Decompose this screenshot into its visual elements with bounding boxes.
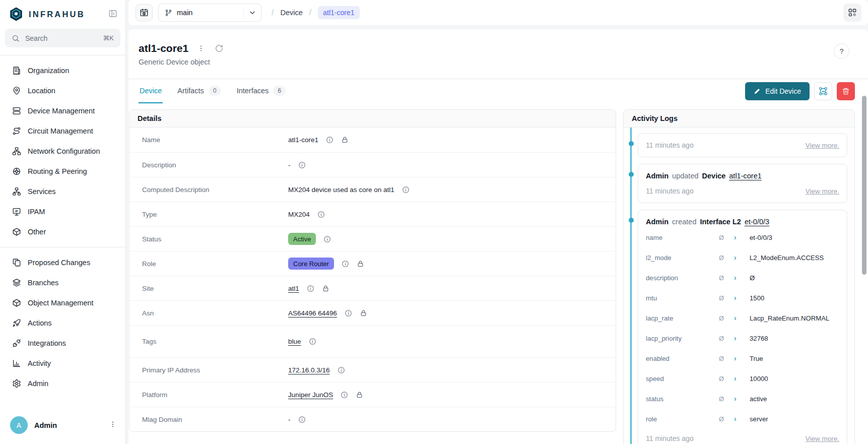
sidebar-item-actions[interactable]: Actions — [0, 313, 125, 333]
time-travel-button[interactable] — [136, 4, 153, 21]
copy-icon — [12, 258, 21, 267]
activity-object-link[interactable]: atl1-core1 — [729, 172, 761, 180]
page-subtitle: Generic Device object — [139, 58, 225, 66]
info-icon[interactable] — [345, 309, 352, 317]
info-icon[interactable] — [341, 391, 348, 399]
activity-object-link[interactable]: et-0/0/3 — [745, 218, 769, 226]
view-more-link[interactable]: View more. — [806, 435, 839, 442]
property-name: lacp_priority — [646, 335, 719, 342]
sidebar-item-object-management[interactable]: Object Management — [0, 293, 125, 313]
info-icon[interactable] — [338, 366, 345, 374]
avatar: A — [10, 416, 28, 434]
object-menu-button[interactable] — [196, 43, 206, 53]
sidebar-collapse-button[interactable] — [107, 8, 118, 21]
sidebar-item-network-configuration[interactable]: Network Configuration — [0, 141, 125, 161]
property-name: name — [646, 234, 719, 241]
property-name: description — [646, 274, 719, 282]
info-icon[interactable] — [307, 285, 314, 292]
property-value: Ø — [750, 274, 839, 282]
sidebar-item-label: Services — [28, 187, 56, 196]
sidebar-item-ipam[interactable]: IPIPAM — [0, 202, 125, 222]
detail-value: - — [288, 416, 291, 423]
sidebar-item-routing-peering[interactable]: Routing & Peering — [0, 161, 125, 181]
sidebar-item-label: Routing & Peering — [28, 167, 87, 175]
detail-value-link[interactable]: 172.16.0.3/16 — [288, 366, 330, 374]
detail-value-link[interactable]: AS64496 64496 — [288, 309, 337, 317]
property-value: 1500 — [750, 294, 839, 302]
branch-selector[interactable]: main — [158, 4, 261, 22]
help-button[interactable]: ? — [834, 43, 849, 59]
sidebar-item-integrations[interactable]: Integrations — [0, 333, 125, 353]
view-more-link[interactable]: View more. — [806, 187, 839, 195]
sidebar-item-device-management[interactable]: Device Management — [0, 101, 125, 121]
kebab-icon — [197, 44, 205, 52]
view-more-link[interactable]: View more. — [806, 142, 839, 149]
chevron-right-icon: › — [734, 233, 750, 241]
chevron-down-icon — [248, 9, 256, 17]
delete-button[interactable] — [837, 82, 855, 100]
chevron-right-icon: › — [734, 253, 750, 262]
property-value: server — [750, 415, 839, 423]
sidebar-item-branches[interactable]: Branches — [0, 273, 125, 293]
activity-property-row: statusØ›active — [646, 389, 839, 409]
info-icon[interactable] — [298, 416, 306, 423]
detail-label: Role — [142, 260, 288, 268]
tab-interfaces[interactable]: Interfaces6 — [236, 79, 287, 103]
breadcrumb-item-device[interactable]: Device — [280, 9, 302, 17]
sidebar: INFRAHUB Search ⌘K OrganizationLocationD… — [0, 0, 126, 444]
chevron-right-icon: › — [734, 354, 750, 362]
search-input[interactable]: Search ⌘K — [5, 29, 120, 47]
timeline-dot — [629, 172, 634, 177]
activity-timestamp: 11 minutes ago — [646, 434, 694, 442]
tab-device[interactable]: Device — [139, 79, 163, 103]
page-title: atl1-core1 — [139, 42, 188, 54]
chevron-right-icon: › — [734, 415, 750, 423]
detail-label: Description — [142, 161, 288, 169]
info-icon[interactable] — [342, 260, 349, 268]
info-icon[interactable] — [317, 211, 325, 218]
null-value-icon: Ø — [719, 314, 734, 322]
sidebar-item-proposed-changes[interactable]: Proposed Changes — [0, 252, 125, 273]
breadcrumb-item-current[interactable]: atl1-core1 — [318, 6, 359, 19]
chevron-right-icon: › — [734, 395, 750, 403]
sidebar-item-label: Integrations — [28, 339, 66, 347]
sidebar-item-label: Circuit Management — [28, 127, 93, 135]
activity-property-row: nameØ›et-0/0/3 — [646, 227, 839, 247]
info-icon[interactable] — [309, 338, 316, 345]
edit-device-button[interactable]: Edit Device — [745, 82, 810, 100]
detail-value-link[interactable]: atl1 — [288, 285, 299, 292]
info-icon[interactable] — [323, 235, 331, 243]
detail-row-description: Description- — [129, 152, 616, 177]
user-menu-button[interactable] — [107, 419, 118, 431]
pencil-icon — [754, 88, 761, 95]
sidebar-item-admin[interactable]: Admin — [0, 373, 125, 394]
detail-value-link[interactable]: Juniper JunOS — [288, 391, 333, 399]
sidebar-item-services[interactable]: Services — [0, 181, 125, 202]
detail-label: Primary IP Address — [142, 366, 288, 374]
activity-timestamp: 11 minutes ago — [646, 141, 694, 149]
activity-action: created — [672, 218, 696, 226]
info-icon[interactable] — [402, 186, 410, 194]
details-title: Details — [129, 110, 616, 128]
scrollbar-thumb[interactable] — [862, 96, 866, 275]
chart-icon — [12, 359, 21, 368]
schema-visualizer-button[interactable] — [843, 4, 861, 22]
sidebar-item-other[interactable]: Other — [0, 222, 125, 242]
hierarchy-icon — [12, 187, 21, 196]
activity-property-row: speedØ›10000 — [646, 368, 839, 389]
sidebar-item-activity[interactable]: Activity — [0, 353, 125, 373]
info-icon[interactable] — [298, 161, 306, 169]
refresh-button[interactable] — [214, 43, 225, 54]
sidebar-item-organization[interactable]: Organization — [0, 60, 125, 81]
detail-value-link[interactable]: blue — [288, 338, 301, 345]
layers-icon — [12, 278, 21, 287]
property-name: lacp_rate — [646, 314, 719, 322]
info-icon[interactable] — [326, 136, 333, 144]
sidebar-item-circuit-management[interactable]: Circuit Management — [0, 121, 125, 141]
manage-groups-button[interactable] — [814, 82, 832, 100]
sidebar-item-label: Location — [28, 87, 55, 95]
sidebar-item-label: Activity — [28, 359, 51, 367]
detail-label: Name — [142, 136, 288, 144]
sidebar-item-location[interactable]: Location — [0, 81, 125, 101]
tab-artifacts[interactable]: Artifacts0 — [176, 79, 222, 103]
